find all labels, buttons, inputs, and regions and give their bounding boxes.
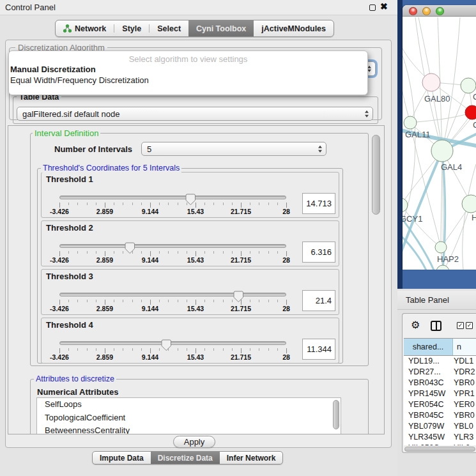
- threshold-label: Threshold 1: [46, 174, 93, 184]
- tab-select[interactable]: Select: [150, 20, 188, 36]
- network-canvas[interactable]: GAL80GACGAL11GAL4GCY1HHAP2: [403, 17, 476, 270]
- table-row[interactable]: YIL052CYIL0: [404, 443, 476, 445]
- slider-handle[interactable]: [161, 339, 172, 351]
- tab-cyni-toolbox[interactable]: Cyni Toolbox: [188, 20, 254, 36]
- network-node[interactable]: [436, 265, 449, 270]
- split-column-icon[interactable]: [431, 321, 441, 331]
- slider-tick: [259, 251, 259, 254]
- table-cell: YER0: [454, 399, 476, 410]
- panel-title: Control Panel: [5, 3, 56, 12]
- slider-tick: [259, 348, 259, 351]
- slider-tick: [114, 251, 114, 254]
- table-data-combo[interactable]: galFiltered.sif default node: [17, 107, 373, 121]
- apply-button[interactable]: Apply: [173, 436, 215, 448]
- slider-tick: [123, 300, 123, 302]
- slider-tick: [105, 300, 105, 305]
- table-row[interactable]: YBL079WYBL0: [404, 421, 476, 432]
- network-node[interactable]: [462, 195, 476, 213]
- slider-tick-label: 21.715: [231, 353, 251, 361]
- network-window-titlebar[interactable]: [403, 5, 476, 17]
- network-node[interactable]: [431, 140, 453, 162]
- table-row[interactable]: YDL19...YDL1: [404, 356, 476, 367]
- checkbox-icon[interactable]: ✓: [457, 322, 464, 329]
- slider-handle[interactable]: [233, 291, 244, 303]
- table-cell: YIL052C: [404, 443, 454, 445]
- table-row[interactable]: YPR145WYPR1: [404, 388, 476, 399]
- attributes-scrollbar-thumb[interactable]: [333, 400, 339, 429]
- mac-zoom-icon[interactable]: [436, 7, 444, 15]
- tab-jactivemnodules[interactable]: jActiveMNodules: [254, 20, 334, 36]
- slider-track[interactable]: [59, 293, 286, 296]
- mac-close-icon[interactable]: [409, 7, 417, 15]
- table-row[interactable]: YLR345WYLR3: [404, 432, 476, 443]
- column-header-name[interactable]: n: [453, 339, 476, 355]
- network-edge[interactable]: [418, 17, 431, 82]
- tab-label: Infer Network: [227, 454, 276, 463]
- threshold-value-field[interactable]: 14.713: [302, 193, 335, 214]
- threshold-value-field[interactable]: 11.344: [302, 339, 335, 360]
- tab-style[interactable]: Style: [114, 20, 149, 36]
- threshold-value-field[interactable]: 6.316: [302, 242, 335, 263]
- attribute-item[interactable]: SelfLoops: [37, 398, 341, 411]
- slider-tick: [168, 203, 169, 205]
- threshold-row: Threshold 3-3.4262.8599.14415.4321.71528…: [41, 269, 339, 315]
- close-icon[interactable]: ✖: [380, 1, 388, 12]
- slider-tick: [123, 251, 123, 254]
- gear-icon[interactable]: ⚙: [411, 319, 420, 331]
- slider-tick: [87, 251, 88, 254]
- slider-tick: [213, 251, 214, 254]
- slider-track[interactable]: [59, 196, 286, 199]
- node-label: H: [472, 213, 476, 222]
- slider-tick: [268, 300, 269, 302]
- slider-tick: [150, 203, 151, 208]
- network-node[interactable]: [422, 73, 440, 91]
- tab-impute-data[interactable]: Impute Data: [93, 452, 151, 464]
- slider-tick: [114, 348, 114, 351]
- table-cell: YBR045C: [404, 410, 454, 421]
- table-row[interactable]: YBR043CYBR0: [404, 378, 476, 388]
- slider-tick: [87, 203, 88, 205]
- table-row[interactable]: YER054CYER0: [404, 399, 476, 410]
- slider-tick: [241, 203, 242, 208]
- tab-discretize-data[interactable]: Discretize Data: [151, 452, 220, 464]
- slider-tick: [187, 251, 187, 254]
- slider-handle[interactable]: [185, 194, 196, 206]
- tab-network[interactable]: Network: [56, 20, 114, 36]
- table-row[interactable]: YDR27...YDR2: [404, 367, 476, 378]
- mac-minimize-icon[interactable]: [422, 7, 431, 15]
- float-window-icon[interactable]: [369, 4, 376, 11]
- node-label: GAL11: [405, 130, 431, 139]
- threshold-row: Threshold 4-3.4262.8599.14415.4321.71528…: [41, 318, 339, 364]
- slider-tick: [105, 203, 105, 208]
- network-node[interactable]: [435, 242, 447, 253]
- number-of-intervals-combo[interactable]: 5: [141, 142, 326, 156]
- column-header-shared-name[interactable]: shared...: [404, 339, 453, 355]
- algorithm-placeholder: Select algorithm to view settings: [9, 54, 367, 64]
- network-node[interactable]: [404, 116, 417, 129]
- table-row[interactable]: YBR045CYBR0: [404, 410, 476, 421]
- table-hscrollbar-thumb[interactable]: [404, 447, 475, 452]
- slider-handle[interactable]: [125, 242, 135, 254]
- algorithm-option-manual-discretization[interactable]: Manual Discretization: [9, 64, 367, 75]
- slider-tick: [59, 251, 60, 256]
- slider-tick: [132, 348, 133, 351]
- slider-tick: [159, 251, 160, 254]
- network-node[interactable]: [465, 105, 476, 119]
- slider-tick-label: 9.144: [142, 305, 158, 312]
- tab-infer-network[interactable]: Infer Network: [220, 452, 283, 464]
- threshold-value-field[interactable]: 21.4: [302, 290, 335, 311]
- checkbox-icon[interactable]: ✓: [466, 322, 473, 329]
- slider-tick-label: 2.859: [96, 256, 113, 264]
- slider-track[interactable]: [59, 244, 286, 248]
- table-cell: YBL079W: [404, 421, 454, 432]
- tab-label: Cyni Toolbox: [196, 24, 246, 33]
- attribute-item[interactable]: TopologicalCoefficient: [37, 411, 341, 425]
- slider-track[interactable]: [59, 341, 286, 345]
- slider-tick-label: 28: [282, 208, 290, 215]
- algorithm-option-equal-width-frequency-discretization[interactable]: Equal Width/Frequency Discretization: [9, 75, 367, 86]
- viewport-scrollbar-thumb[interactable]: [372, 135, 380, 215]
- slider-tick-label: 15.43: [187, 305, 204, 312]
- network-node[interactable]: [461, 78, 476, 93]
- tab-label: Style: [122, 24, 141, 33]
- attribute-item[interactable]: BetweennessCentrality: [37, 424, 341, 434]
